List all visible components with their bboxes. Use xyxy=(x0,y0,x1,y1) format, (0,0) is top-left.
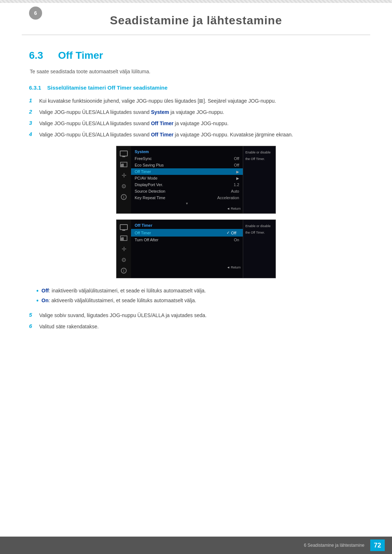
screen1-help-text: Enable or disable the Off Timer. xyxy=(245,151,271,161)
top-decorative-bar xyxy=(0,0,392,3)
step-2-text: Valige JOG-nuppu ÜLES/ALLA liigutades su… xyxy=(39,108,363,116)
source-value: Auto xyxy=(231,189,239,193)
menu-row-freesync: FreeSync Off xyxy=(131,155,243,162)
eco-label: Eco Saving Plus xyxy=(135,163,164,167)
gear-icon: ⚙ xyxy=(119,182,129,190)
footer-chapter-label: 6 Seadistamine ja lähtestamine xyxy=(304,543,364,548)
menu-row-eco: Eco Saving Plus Off xyxy=(131,162,243,168)
screen2-return-bar: ◄ Return xyxy=(131,265,243,270)
section-number: 6.3 xyxy=(29,50,51,61)
main-content: 6.3 Off Timer Te saate seadistada toote … xyxy=(0,35,392,352)
monitor-icon xyxy=(119,149,129,158)
offtimer-arrow: ▶ xyxy=(236,170,239,174)
bullet-on-bold: On xyxy=(41,297,48,303)
pcav-arrow: ▶ xyxy=(236,176,239,180)
crosshair-icon: ✛ xyxy=(119,171,129,180)
page-title: Seadistamine ja lähtestamine xyxy=(22,14,370,27)
footer-page-number: 72 xyxy=(370,539,385,551)
menu-row-offtimer2: Off Timer ✓ Off xyxy=(131,229,243,237)
screen1-help-panel: Enable or disable the Off Timer. xyxy=(243,146,275,213)
steps-list: 1 Kui kuvatakse funktsioonide juhend, va… xyxy=(29,97,363,139)
pcav-label: PC/AV Mode xyxy=(135,176,158,180)
screen2-monitor: ✛ ⚙ i Off Timer Off Timer ✓ Off xyxy=(116,219,276,278)
bullet-on: • On: aktiveerib väljalülitustaimeri, et… xyxy=(36,297,363,304)
freesync-label: FreeSync xyxy=(135,156,152,161)
offtimer2-label: Off Timer xyxy=(135,231,151,235)
scroll-indicator: ▼ xyxy=(185,202,189,205)
offtimer-label: Off Timer xyxy=(135,169,151,174)
bullet-off-bold: Off xyxy=(41,288,49,294)
gear-icon-2: ⚙ xyxy=(119,255,129,264)
menu-row-source: Source Detection Auto xyxy=(131,188,243,194)
image-inner xyxy=(121,164,124,167)
step-3-text: Valige JOG-nuppu ÜLES/ALLA liigutades su… xyxy=(39,120,363,127)
chapter-circle: 6 xyxy=(29,7,42,20)
screen1-menu: System FreeSync Off Eco Saving Plus Off … xyxy=(131,146,243,213)
monitor-icon-2 xyxy=(119,223,129,231)
screen2-help-text: Enable or disable the Off Timer. xyxy=(245,224,271,234)
turnoff-value: On xyxy=(234,238,239,242)
monitor-shape-2 xyxy=(120,224,128,230)
subsection-name: Sisselülitamise taimeri Off Timer seadis… xyxy=(47,85,168,91)
section-name: Off Timer xyxy=(58,50,103,61)
bullet-dot-1: • xyxy=(36,288,38,294)
step-4-bold: Off Timer xyxy=(151,132,173,138)
image-icon-2 xyxy=(119,234,129,242)
step-1-text: Kui kuvatakse funktsioonide juhend, vali… xyxy=(39,97,363,105)
image-shape xyxy=(120,162,127,167)
info-icon: i xyxy=(119,193,129,201)
menu-row-pcav: PC/AV Mode ▶ xyxy=(131,175,243,181)
eco-value: Off xyxy=(234,163,239,167)
keyrepeat-value: Acceleration xyxy=(217,196,239,200)
page-header: Seadistamine ja lähtestamine xyxy=(22,3,370,35)
screenshot-container: ✛ ⚙ i System FreeSync Off Eco Saving Plu… xyxy=(29,146,363,278)
step-3-bold: Off Timer xyxy=(151,120,173,126)
step-5-text: Valige sobiv suvand, liigutades JOG-nupp… xyxy=(39,312,363,319)
screen1-monitor: ✛ ⚙ i System FreeSync Off Eco Saving Plu… xyxy=(116,146,276,214)
screen2-return-text: ◄ Return xyxy=(227,266,241,269)
bullet-dot-2: • xyxy=(36,297,38,304)
image-icon xyxy=(119,160,129,169)
step-6-text: Valitud säte rakendatakse. xyxy=(39,323,363,331)
screen2-help-panel: Enable or disable the Off Timer. xyxy=(243,220,275,278)
bullet-on-text: On: aktiveerib väljalülitustaimeri, et s… xyxy=(41,297,196,304)
freesync-value: Off xyxy=(234,156,239,161)
step-4-number: 4 xyxy=(29,131,39,137)
page-footer: 6 Seadistamine ja lähtestamine 72 xyxy=(0,537,392,554)
bullet-off-text: Off: inaktiveerib väljalülitustaimeri, e… xyxy=(41,287,206,295)
step-3: 3 Valige JOG-nuppu ÜLES/ALLA liigutades … xyxy=(29,120,363,127)
icon-bar-1: ✛ ⚙ i xyxy=(117,146,131,213)
icon-bar-2: ✛ ⚙ i xyxy=(117,220,131,278)
step-2-number: 2 xyxy=(29,108,39,115)
info-icon-2: i xyxy=(119,266,129,275)
screen1-menu-header: System xyxy=(131,148,243,155)
screen2-menu: Off Timer Off Timer ✓ Off Turn Off After… xyxy=(131,220,243,278)
step-1: 1 Kui kuvatakse funktsioonide juhend, va… xyxy=(29,97,363,105)
bullet-list: • Off: inaktiveerib väljalülitustaimeri,… xyxy=(36,287,363,304)
section-heading: 6.3 Off Timer xyxy=(29,50,363,61)
source-label: Source Detection xyxy=(135,189,165,193)
step-5-number: 5 xyxy=(29,312,39,318)
step-4-text: Valige JOG-nuppu ÜLES/ALLA liigutades su… xyxy=(39,131,363,139)
bullet-off: • Off: inaktiveerib väljalülitustaimeri,… xyxy=(36,287,363,295)
turnoff-label: Turn Off After xyxy=(135,238,158,242)
screen1-return-text: ◄ Return xyxy=(227,207,241,210)
image-inner-2 xyxy=(121,237,124,240)
screen1-return-bar: ◄ Return xyxy=(131,206,243,211)
image-shape-2 xyxy=(120,235,127,241)
crosshair-icon-2: ✛ xyxy=(119,245,129,253)
step-6-number: 6 xyxy=(29,323,39,329)
step-6: 6 Valitud säte rakendatakse. xyxy=(29,323,363,331)
subsection-number: 6.3.1 xyxy=(29,85,41,91)
menu-row-turnoff: Turn Off After On xyxy=(131,237,243,243)
step-2-bold: System xyxy=(151,109,169,115)
offtimer2-value: ✓ Off xyxy=(224,230,239,235)
displayport-label: DisplayPort Ver. xyxy=(135,182,163,187)
keyrepeat-label: Key Repeat Time xyxy=(135,196,165,200)
intro-text: Te saate seadistada toote automaatselt v… xyxy=(30,69,363,74)
menu-row-displayport: DisplayPort Ver. 1.2 xyxy=(131,181,243,188)
step-3-number: 3 xyxy=(29,120,39,126)
step-1-number: 1 xyxy=(29,97,39,103)
menu-row-keyrepeat: Key Repeat Time Acceleration xyxy=(131,194,243,201)
screen2-menu-header: Off Timer xyxy=(131,222,243,229)
